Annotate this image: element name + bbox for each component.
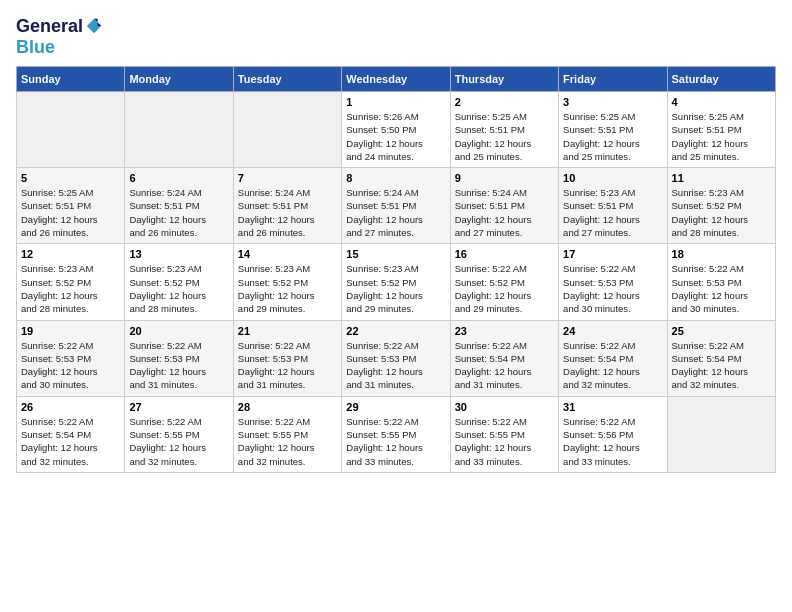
day-header-sunday: Sunday — [17, 67, 125, 92]
calendar-table: SundayMondayTuesdayWednesdayThursdayFrid… — [16, 66, 776, 473]
day-info: Sunrise: 5:22 AM Sunset: 5:54 PM Dayligh… — [455, 339, 554, 392]
calendar-cell: 23Sunrise: 5:22 AM Sunset: 5:54 PM Dayli… — [450, 320, 558, 396]
calendar-cell: 26Sunrise: 5:22 AM Sunset: 5:54 PM Dayli… — [17, 396, 125, 472]
day-number: 2 — [455, 96, 554, 108]
calendar-cell: 4Sunrise: 5:25 AM Sunset: 5:51 PM Daylig… — [667, 92, 775, 168]
calendar-cell: 24Sunrise: 5:22 AM Sunset: 5:54 PM Dayli… — [559, 320, 667, 396]
day-info: Sunrise: 5:22 AM Sunset: 5:53 PM Dayligh… — [346, 339, 445, 392]
day-header-thursday: Thursday — [450, 67, 558, 92]
day-header-saturday: Saturday — [667, 67, 775, 92]
calendar-cell: 15Sunrise: 5:23 AM Sunset: 5:52 PM Dayli… — [342, 244, 450, 320]
day-header-monday: Monday — [125, 67, 233, 92]
day-info: Sunrise: 5:22 AM Sunset: 5:52 PM Dayligh… — [455, 262, 554, 315]
calendar-cell: 11Sunrise: 5:23 AM Sunset: 5:52 PM Dayli… — [667, 168, 775, 244]
day-info: Sunrise: 5:23 AM Sunset: 5:52 PM Dayligh… — [21, 262, 120, 315]
logo: General Blue — [16, 16, 103, 58]
day-number: 9 — [455, 172, 554, 184]
calendar-cell: 12Sunrise: 5:23 AM Sunset: 5:52 PM Dayli… — [17, 244, 125, 320]
day-info: Sunrise: 5:24 AM Sunset: 5:51 PM Dayligh… — [346, 186, 445, 239]
day-number: 18 — [672, 248, 771, 260]
day-info: Sunrise: 5:22 AM Sunset: 5:56 PM Dayligh… — [563, 415, 662, 468]
day-number: 25 — [672, 325, 771, 337]
calendar-cell: 25Sunrise: 5:22 AM Sunset: 5:54 PM Dayli… — [667, 320, 775, 396]
calendar-cell: 19Sunrise: 5:22 AM Sunset: 5:53 PM Dayli… — [17, 320, 125, 396]
day-info: Sunrise: 5:23 AM Sunset: 5:51 PM Dayligh… — [563, 186, 662, 239]
day-info: Sunrise: 5:23 AM Sunset: 5:52 PM Dayligh… — [672, 186, 771, 239]
day-info: Sunrise: 5:22 AM Sunset: 5:54 PM Dayligh… — [672, 339, 771, 392]
day-number: 20 — [129, 325, 228, 337]
day-header-friday: Friday — [559, 67, 667, 92]
day-info: Sunrise: 5:22 AM Sunset: 5:55 PM Dayligh… — [238, 415, 337, 468]
calendar-cell: 29Sunrise: 5:22 AM Sunset: 5:55 PM Dayli… — [342, 396, 450, 472]
day-info: Sunrise: 5:25 AM Sunset: 5:51 PM Dayligh… — [455, 110, 554, 163]
day-info: Sunrise: 5:24 AM Sunset: 5:51 PM Dayligh… — [455, 186, 554, 239]
calendar-cell: 30Sunrise: 5:22 AM Sunset: 5:55 PM Dayli… — [450, 396, 558, 472]
day-number: 24 — [563, 325, 662, 337]
calendar-cell: 5Sunrise: 5:25 AM Sunset: 5:51 PM Daylig… — [17, 168, 125, 244]
day-number: 13 — [129, 248, 228, 260]
day-info: Sunrise: 5:26 AM Sunset: 5:50 PM Dayligh… — [346, 110, 445, 163]
logo-icon — [85, 17, 103, 35]
day-number: 26 — [21, 401, 120, 413]
day-number: 22 — [346, 325, 445, 337]
day-number: 11 — [672, 172, 771, 184]
day-header-tuesday: Tuesday — [233, 67, 341, 92]
day-number: 15 — [346, 248, 445, 260]
day-number: 3 — [563, 96, 662, 108]
day-number: 19 — [21, 325, 120, 337]
day-info: Sunrise: 5:25 AM Sunset: 5:51 PM Dayligh… — [563, 110, 662, 163]
calendar-cell — [233, 92, 341, 168]
calendar-cell: 22Sunrise: 5:22 AM Sunset: 5:53 PM Dayli… — [342, 320, 450, 396]
day-info: Sunrise: 5:22 AM Sunset: 5:54 PM Dayligh… — [21, 415, 120, 468]
day-number: 23 — [455, 325, 554, 337]
day-info: Sunrise: 5:24 AM Sunset: 5:51 PM Dayligh… — [238, 186, 337, 239]
calendar-cell: 21Sunrise: 5:22 AM Sunset: 5:53 PM Dayli… — [233, 320, 341, 396]
calendar-cell: 17Sunrise: 5:22 AM Sunset: 5:53 PM Dayli… — [559, 244, 667, 320]
day-number: 21 — [238, 325, 337, 337]
day-number: 31 — [563, 401, 662, 413]
calendar-cell: 10Sunrise: 5:23 AM Sunset: 5:51 PM Dayli… — [559, 168, 667, 244]
day-info: Sunrise: 5:23 AM Sunset: 5:52 PM Dayligh… — [346, 262, 445, 315]
calendar-cell: 14Sunrise: 5:23 AM Sunset: 5:52 PM Dayli… — [233, 244, 341, 320]
day-number: 17 — [563, 248, 662, 260]
calendar-cell: 28Sunrise: 5:22 AM Sunset: 5:55 PM Dayli… — [233, 396, 341, 472]
calendar-cell: 9Sunrise: 5:24 AM Sunset: 5:51 PM Daylig… — [450, 168, 558, 244]
day-number: 27 — [129, 401, 228, 413]
day-info: Sunrise: 5:22 AM Sunset: 5:53 PM Dayligh… — [129, 339, 228, 392]
day-info: Sunrise: 5:23 AM Sunset: 5:52 PM Dayligh… — [238, 262, 337, 315]
calendar-cell: 6Sunrise: 5:24 AM Sunset: 5:51 PM Daylig… — [125, 168, 233, 244]
calendar-cell: 3Sunrise: 5:25 AM Sunset: 5:51 PM Daylig… — [559, 92, 667, 168]
calendar-header: SundayMondayTuesdayWednesdayThursdayFrid… — [17, 67, 776, 92]
page-header: General Blue — [16, 16, 776, 58]
calendar-cell: 13Sunrise: 5:23 AM Sunset: 5:52 PM Dayli… — [125, 244, 233, 320]
day-number: 29 — [346, 401, 445, 413]
calendar-cell: 27Sunrise: 5:22 AM Sunset: 5:55 PM Dayli… — [125, 396, 233, 472]
calendar-cell: 31Sunrise: 5:22 AM Sunset: 5:56 PM Dayli… — [559, 396, 667, 472]
day-info: Sunrise: 5:22 AM Sunset: 5:53 PM Dayligh… — [21, 339, 120, 392]
calendar-cell: 16Sunrise: 5:22 AM Sunset: 5:52 PM Dayli… — [450, 244, 558, 320]
day-info: Sunrise: 5:25 AM Sunset: 5:51 PM Dayligh… — [672, 110, 771, 163]
calendar-cell: 8Sunrise: 5:24 AM Sunset: 5:51 PM Daylig… — [342, 168, 450, 244]
day-number: 8 — [346, 172, 445, 184]
day-number: 1 — [346, 96, 445, 108]
day-info: Sunrise: 5:22 AM Sunset: 5:53 PM Dayligh… — [672, 262, 771, 315]
calendar-cell: 20Sunrise: 5:22 AM Sunset: 5:53 PM Dayli… — [125, 320, 233, 396]
day-number: 4 — [672, 96, 771, 108]
calendar-cell: 18Sunrise: 5:22 AM Sunset: 5:53 PM Dayli… — [667, 244, 775, 320]
day-info: Sunrise: 5:23 AM Sunset: 5:52 PM Dayligh… — [129, 262, 228, 315]
day-number: 7 — [238, 172, 337, 184]
calendar-cell: 7Sunrise: 5:24 AM Sunset: 5:51 PM Daylig… — [233, 168, 341, 244]
calendar-cell: 1Sunrise: 5:26 AM Sunset: 5:50 PM Daylig… — [342, 92, 450, 168]
day-number: 28 — [238, 401, 337, 413]
day-info: Sunrise: 5:22 AM Sunset: 5:54 PM Dayligh… — [563, 339, 662, 392]
day-info: Sunrise: 5:25 AM Sunset: 5:51 PM Dayligh… — [21, 186, 120, 239]
calendar-cell — [667, 396, 775, 472]
calendar-cell: 2Sunrise: 5:25 AM Sunset: 5:51 PM Daylig… — [450, 92, 558, 168]
day-info: Sunrise: 5:22 AM Sunset: 5:55 PM Dayligh… — [129, 415, 228, 468]
day-header-wednesday: Wednesday — [342, 67, 450, 92]
day-number: 14 — [238, 248, 337, 260]
calendar-cell — [125, 92, 233, 168]
day-info: Sunrise: 5:24 AM Sunset: 5:51 PM Dayligh… — [129, 186, 228, 239]
day-number: 6 — [129, 172, 228, 184]
day-number: 16 — [455, 248, 554, 260]
